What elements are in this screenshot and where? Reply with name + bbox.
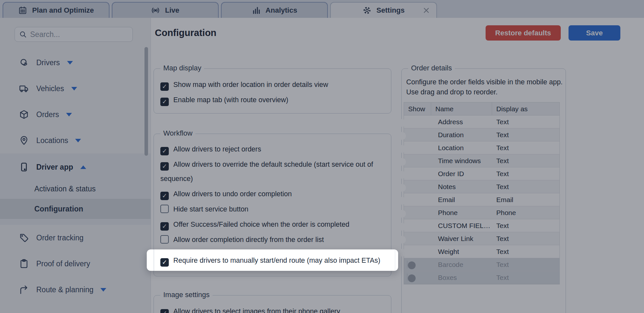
option-label: Allow drivers to reject orders [173,145,261,153]
field-display-as: Text [492,170,559,178]
search-box [15,27,133,42]
table-row-waiver-link[interactable]: Waiver Link Text [404,232,559,245]
table-row-custom-fiel[interactable]: CUSTOM FIEL… Text [404,219,559,232]
field-display-as: Text [492,157,559,165]
map-display-section: Map display Show map with order location… [154,68,391,114]
sidebar-item-locations[interactable]: Locations [0,127,151,153]
sidebar-item-orders[interactable]: Orders [0,102,151,127]
restore-defaults-button[interactable]: Restore defaults [486,25,561,41]
table-row-notes[interactable]: Notes Text [404,180,559,193]
table-header-row: ShowNameDisplay as [404,102,559,115]
option-label: Allow order completion directly from the… [173,236,324,244]
option-allow-drivers-to-select-images-from-thei[interactable]: Allow drivers to select images from thei… [160,304,385,313]
tab-label: Plan and Optimize [32,6,94,15]
option-label: Hide start service button [173,205,248,213]
checkbox-checked[interactable] [160,162,169,171]
search-icon [19,30,27,38]
table-row-phone[interactable]: Phone Phone [404,206,559,219]
checkbox-checked[interactable] [160,192,169,200]
order-fields-table: ShowNameDisplay as Address Text Duration… [404,102,560,284]
show-toggle-off[interactable] [407,260,408,269]
field-name: Notes [431,183,492,191]
sidebar-item-label: Locations [36,136,68,145]
truck-icon [19,83,29,94]
sidebar-item-label: Order tracking [36,234,84,242]
sidebar-nav: Drivers Vehicles Orders Locations Driver… [0,50,151,303]
checkbox-checked[interactable] [160,82,169,91]
calendar-icon [18,6,27,15]
tab-bar: Plan and Optimize Live Analytics Setting… [0,0,644,18]
image-settings-section: Image settings Allow drivers to select i… [154,295,391,313]
driver-cap-icon [19,57,29,68]
tab-analytics[interactable]: Analytics [221,2,328,18]
table-row-barcode[interactable]: Barcode Text [404,258,559,271]
option-allow-order-completion-directly-from-the[interactable]: Allow order completion directly from the… [160,233,385,247]
column-header-name: Name [431,102,492,115]
tab-live[interactable]: Live [112,2,219,18]
option-label: Allow drivers to override the default sc… [160,161,373,183]
checkbox-checked[interactable] [160,98,169,106]
chevron-down-icon [67,61,73,65]
field-name: Weight [431,248,492,256]
chevron-up-icon [80,165,86,169]
sidebar-item-configuration[interactable]: Configuration [0,199,151,219]
chevron-down-icon [71,87,77,90]
sidebar-item-vehicles[interactable]: Vehicles [0,76,151,102]
field-name: Order ID [431,170,492,178]
order-details-section: Order details Configure the order fields… [401,68,566,313]
field-name: Phone [431,209,492,217]
save-button[interactable]: Save [569,25,620,41]
sidebar-item-order-tracking[interactable]: Order tracking [0,225,151,251]
search-input[interactable] [30,30,124,39]
option-label: Show map with order location in order de… [173,81,328,89]
option-allow-drivers-to-override-the-default-sc[interactable]: Allow drivers to override the default sc… [160,157,385,186]
option-allow-drivers-to-reject-orders[interactable]: Allow drivers to reject orders [160,142,385,156]
chevron-down-icon [75,139,81,142]
table-row-duration[interactable]: Duration Text [404,128,559,141]
checkbox-unchecked[interactable] [160,235,169,244]
table-row-weight[interactable]: Weight Text [404,245,559,258]
table-row-location[interactable]: Location Text [404,141,559,154]
settings-right-column: Order details Configure the order fields… [401,52,566,313]
option-label: Enable map tab (with route overview) [173,96,288,104]
checkbox-unchecked[interactable] [160,205,169,213]
sidebar-item-drivers[interactable]: Drivers [0,50,151,76]
option-allow-drivers-to-undo-order-completion[interactable]: Allow drivers to undo order completion [160,187,385,201]
checkbox-checked[interactable] [160,222,169,231]
sidebar-item-proof-of-delivery[interactable]: Proof of delivery [0,251,151,277]
table-row-boxes[interactable]: Boxes Text [404,271,559,284]
option-show-map-with-order-location-in-order-de[interactable]: Show map with order location in order de… [160,78,385,92]
sidebar-item-activation-status[interactable]: Activation & status [0,179,151,199]
option-hide-start-service-button[interactable]: Hide start service button [160,202,385,216]
field-name: Time windows [431,157,492,165]
tag-icon [19,233,29,243]
sidebar-item-driver-app[interactable]: Driver app [0,155,151,179]
option-offer-success-failed-choice-when-the-ord[interactable]: Offer Success/Failed choice when the ord… [160,217,385,232]
sidebar-item-route-planning[interactable]: Route & planning [0,277,151,303]
table-row-time-windows[interactable]: Time windows Text [404,154,559,167]
page-title: Configuration [155,28,216,38]
option-require-drivers-to-manually-start-end-ro[interactable]: Require drivers to manually start/end ro… [147,249,398,271]
table-row-order-id[interactable]: Order ID Text [404,167,559,180]
column-header-show: Show [404,102,431,115]
table-row-address[interactable]: Address Text [404,115,559,128]
tab-settings[interactable]: Settings [330,2,437,18]
tab-close-icon[interactable] [423,7,430,14]
field-display-as: Text [492,144,559,152]
chevron-down-icon [66,113,72,116]
sidebar: Drivers Vehicles Orders Locations Driver… [0,18,151,313]
header-buttons: Restore defaults Save [486,25,620,41]
tab-label: Analytics [266,6,297,15]
checkbox-checked[interactable] [160,258,169,267]
checkbox-checked[interactable] [160,309,169,313]
show-toggle-off[interactable] [407,273,408,282]
table-row-email[interactable]: Email Email [404,193,559,206]
checkbox-checked[interactable] [160,147,169,155]
sidebar-scrollbar-thumb[interactable] [144,47,148,156]
field-name: CUSTOM FIEL… [431,222,492,230]
live-icon [151,6,160,15]
option-enable-map-tab-with-route-overview[interactable]: Enable map tab (with route overview) [160,93,385,107]
field-name: Email [431,196,492,204]
map-pin-icon [19,135,29,146]
tab-plan-and-optimize[interactable]: Plan and Optimize [3,2,109,18]
